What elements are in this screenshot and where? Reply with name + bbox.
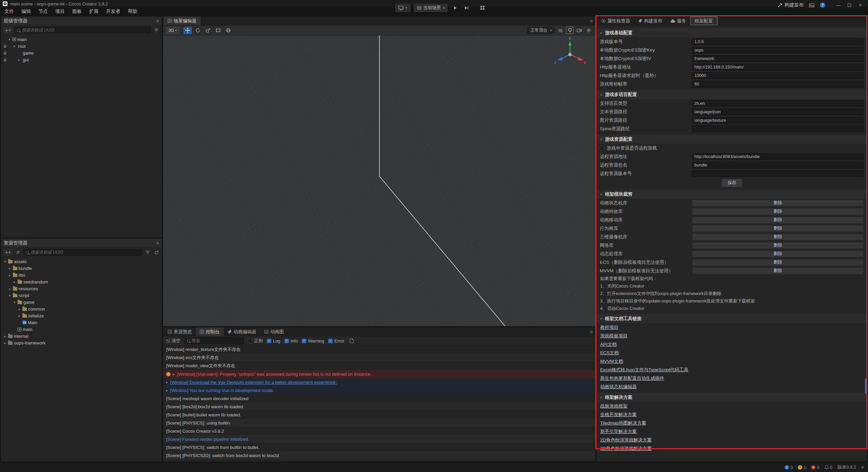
panel-menu-icon[interactable]: ≡ bbox=[156, 19, 159, 23]
panel-menu-icon[interactable]: ≡ bbox=[590, 19, 593, 23]
scrollbar-thumb[interactable] bbox=[865, 378, 866, 394]
expand-arrow-icon[interactable]: ▸ bbox=[173, 372, 175, 376]
tab-build-publish[interactable]: 构建发布 bbox=[634, 17, 667, 25]
prop-input[interactable] bbox=[692, 55, 864, 62]
screenshot-icon[interactable] bbox=[809, 3, 814, 7]
tab-framework-config[interactable]: 框架配置 bbox=[690, 17, 717, 25]
console-error-count[interactable]: × 0 bbox=[811, 465, 819, 470]
delete-button[interactable]: 删除 bbox=[692, 242, 864, 249]
maximize-button[interactable] bbox=[844, 1, 854, 9]
tree-node-seedrandom[interactable]: ▸seedrandom bbox=[1, 278, 162, 285]
tree-expand-arrow[interactable]: ▸ bbox=[7, 287, 12, 291]
scale-tool-button[interactable] bbox=[204, 27, 212, 34]
prop-input[interactable] bbox=[692, 162, 864, 169]
orientation-gizmo[interactable]: Y X Z bbox=[554, 37, 586, 68]
doc-link[interactable]: MVVM文档 bbox=[597, 357, 867, 366]
tree-expand-arrow[interactable]: ▸ bbox=[3, 334, 7, 338]
section-header[interactable]: ∨框架文档工具链接 bbox=[597, 314, 867, 323]
doc-link[interactable]: Excel格式转Json文件与TypeScript代码工具 bbox=[597, 366, 867, 374]
tree-expand-arrow[interactable]: ▾ bbox=[12, 300, 17, 304]
filter-Error[interactable]: ✓Error bbox=[328, 338, 344, 343]
panel-menu-icon[interactable]: ≡ bbox=[156, 241, 159, 245]
delete-button[interactable]: 删除 bbox=[692, 217, 864, 223]
section-header[interactable]: ∨框架模块裁剪 bbox=[597, 190, 867, 199]
tab-console[interactable]: 控制台 bbox=[196, 328, 224, 336]
close-button[interactable]: × bbox=[855, 1, 865, 9]
menu-节点[interactable]: 节点 bbox=[35, 7, 52, 16]
doc-link[interactable]: 动画状态机编辑器 bbox=[597, 382, 867, 391]
filter-Info[interactable]: ✓Info bbox=[284, 338, 298, 343]
preview-platform-button[interactable]: ▾ bbox=[395, 3, 411, 12]
prop-input[interactable] bbox=[692, 38, 864, 45]
prop-input[interactable] bbox=[692, 117, 864, 124]
section-header[interactable]: ∨游戏资源配置 bbox=[597, 135, 867, 144]
doc-link[interactable]: 教程项目 bbox=[597, 323, 867, 332]
tree-expand-arrow[interactable]: ▾ bbox=[12, 44, 17, 48]
tree-node-main[interactable]: ▾main bbox=[1, 36, 162, 43]
menu-编辑[interactable]: 编辑 bbox=[18, 7, 35, 16]
tree-expand-arrow[interactable]: ▸ bbox=[3, 341, 7, 345]
doc-link[interactable]: Tiledmap地图解决方案 bbox=[597, 419, 867, 427]
prop-input[interactable] bbox=[692, 47, 864, 54]
checkbox[interactable] bbox=[600, 146, 604, 150]
doc-link[interactable]: 原生包热更新配置自动生成插件 bbox=[597, 374, 867, 382]
scene-grid-button[interactable] bbox=[556, 27, 564, 34]
projection-3d-button[interactable]: 3D ▾ bbox=[166, 27, 180, 34]
prop-input[interactable] bbox=[692, 64, 864, 71]
tab-scene-editor[interactable]: 场景编辑器 bbox=[164, 17, 201, 25]
prop-input[interactable] bbox=[692, 109, 864, 115]
menu-开发者[interactable]: 开发者 bbox=[102, 7, 124, 16]
scene-light-button[interactable] bbox=[566, 27, 574, 34]
tree-node-bundle[interactable]: ▸bundle bbox=[1, 265, 162, 272]
section-header[interactable]: ∨游戏多语言配置 bbox=[597, 90, 867, 99]
tree-node-assets[interactable]: ▾assets bbox=[1, 258, 162, 265]
prop-input[interactable] bbox=[692, 153, 864, 160]
layout-grid-button[interactable] bbox=[478, 4, 487, 12]
expand-arrow-icon[interactable]: ▸ bbox=[166, 389, 168, 392]
prop-input[interactable] bbox=[692, 72, 864, 79]
delete-button[interactable]: 删除 bbox=[692, 251, 864, 257]
section-header[interactable]: ∨游戏基础配置 bbox=[597, 28, 867, 37]
section-header[interactable]: ∨框架解决方案 bbox=[597, 393, 867, 402]
tree-expand-arrow[interactable]: ▸ bbox=[17, 307, 22, 311]
delete-button[interactable]: 删除 bbox=[692, 208, 864, 215]
doc-link[interactable]: 新手引导解决方案 bbox=[597, 427, 867, 436]
console-toggle-icon[interactable]: ≡ bbox=[861, 465, 864, 470]
tree-expand-arrow[interactable]: ▸ bbox=[12, 280, 17, 284]
help-icon[interactable]: ? bbox=[820, 2, 825, 8]
console-search-input[interactable] bbox=[192, 338, 241, 343]
menu-帮助[interactable]: 帮助 bbox=[124, 7, 141, 16]
tree-node-resources[interactable]: ▸resources bbox=[1, 285, 162, 292]
build-publish-button[interactable]: 构建发布 bbox=[777, 2, 804, 8]
expand-arrow-icon[interactable]: ▸ bbox=[166, 380, 168, 384]
menu-扩展[interactable]: 扩展 bbox=[85, 7, 102, 16]
move-tool-button[interactable] bbox=[183, 27, 192, 34]
doc-link[interactable]: ECS文档 bbox=[597, 349, 867, 357]
delete-button[interactable]: 删除 bbox=[692, 234, 864, 240]
notification-count[interactable]: 0 bbox=[825, 465, 832, 470]
tree-expand-arrow[interactable]: ▾ bbox=[7, 38, 12, 41]
tree-node-gui[interactable]: ▸gui bbox=[1, 56, 162, 63]
tree-expand-arrow[interactable]: ▸ bbox=[7, 267, 12, 270]
refresh-icon[interactable] bbox=[153, 249, 160, 256]
tab-animation-editor[interactable]: 动画编辑器 bbox=[224, 328, 261, 336]
hierarchy-search[interactable] bbox=[15, 27, 151, 34]
log-row[interactable]: ▸[Window] You are running Vue in develop… bbox=[163, 386, 595, 394]
console-log-count[interactable]: i 3 bbox=[785, 465, 793, 470]
prop-input[interactable] bbox=[692, 81, 864, 87]
delete-button[interactable]: 删除 bbox=[692, 200, 864, 206]
minimize-button[interactable]: — bbox=[833, 1, 844, 9]
tree-node-common[interactable]: ▸common bbox=[1, 306, 162, 312]
tab-animation-graph[interactable]: 动画图 bbox=[260, 328, 288, 336]
doc-link[interactable]: 游戏模板项目 bbox=[597, 332, 867, 340]
tree-expand-arrow[interactable]: ▸ bbox=[7, 273, 12, 277]
prop-input[interactable] bbox=[692, 125, 864, 132]
rotate-tool-button[interactable] bbox=[194, 27, 202, 34]
doc-link[interactable]: 全栈开发解决方案 bbox=[597, 410, 867, 419]
tab-asset-preview[interactable]: 资源预览 bbox=[164, 328, 196, 336]
tab-property-inspector[interactable]: 属性检查器 bbox=[597, 17, 634, 25]
tree-node-game[interactable]: ▾game bbox=[1, 299, 162, 306]
scene-viewport[interactable]: Y X Z bbox=[163, 36, 595, 326]
tree-node-Main[interactable]: TSMain bbox=[1, 319, 162, 326]
log-row[interactable]: !▸[Window] [Vue warn]: Property "onInput… bbox=[163, 370, 595, 378]
